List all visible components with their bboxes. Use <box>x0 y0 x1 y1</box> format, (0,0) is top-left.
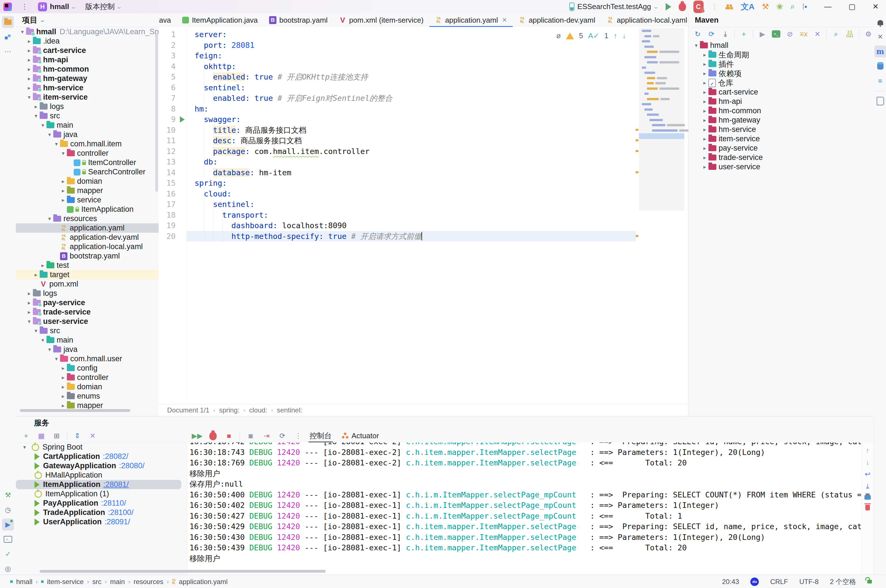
code-line[interactable]: enabled: true # 开启Feign对Sentinel的整合 <box>187 93 636 104</box>
code-line[interactable]: feign: <box>187 50 636 61</box>
debug-restart-icon[interactable] <box>207 430 219 442</box>
tab-bootstrap-yaml[interactable]: Bbootstrap.yaml <box>263 13 333 27</box>
tree-chevron-icon[interactable]: ▸ <box>60 178 67 184</box>
vertical-scrollbar[interactable] <box>155 33 158 192</box>
tree-row[interactable]: ▸插件 <box>689 60 874 69</box>
tab-e-java[interactable]: e.java <box>159 13 176 27</box>
settings-icon[interactable]: ⚙ <box>862 28 874 40</box>
service-row[interactable]: TradeApplication:28100/ <box>16 508 187 517</box>
tree-row[interactable]: ▸cart-service <box>689 87 874 97</box>
terminal-tool-icon[interactable]: >_ <box>2 533 14 545</box>
tree-chevron-icon[interactable]: ▾ <box>19 28 26 35</box>
tree-chevron-icon[interactable]: ▾ <box>23 444 32 450</box>
status-breadcrumb-item[interactable]: application.yaml <box>179 578 228 586</box>
tree-chevron-icon[interactable]: ▸ <box>701 154 709 161</box>
run-icon[interactable]: ▶ <box>757 28 768 40</box>
notifications-bell-icon[interactable] <box>874 16 886 28</box>
tree-chevron-icon[interactable]: ▸ <box>32 104 40 110</box>
tree-chevron-icon[interactable]: ▾ <box>53 141 60 147</box>
code-line[interactable]: transport: <box>187 210 636 220</box>
version-control-menu[interactable]: 版本控制⌄ <box>85 2 121 12</box>
code-line[interactable]: port: 28081 <box>187 40 636 51</box>
add-service-icon[interactable]: + <box>20 430 32 442</box>
tab-pom-xml-item-service-[interactable]: Vpom.xml (item-service) <box>333 13 429 27</box>
tree-chevron-icon[interactable]: ▸ <box>26 309 33 315</box>
tree-row[interactable]: YAMLapplication.yaml <box>16 224 159 233</box>
tree-row[interactable]: ▸生命周期 <box>689 50 874 60</box>
up-icon[interactable]: ↑ <box>866 447 869 454</box>
tree-chevron-icon[interactable]: ▸ <box>60 393 67 399</box>
more-run-actions-icon[interactable]: ⋮ <box>711 2 718 11</box>
tree-row[interactable]: SearchController <box>16 167 159 177</box>
prev-issue-icon[interactable]: ↑ <box>614 32 617 40</box>
tree-row[interactable]: ▸trade-service <box>689 153 874 162</box>
rerun-icon[interactable]: ▶▶ <box>191 430 203 442</box>
tree-row[interactable]: ▸config <box>16 363 159 373</box>
code-line[interactable]: okhttp: <box>187 61 636 72</box>
run-button[interactable] <box>666 3 671 10</box>
service-port-link[interactable]: :28081/ <box>104 480 129 489</box>
stop-processes-button[interactable]: C6 <box>694 1 704 13</box>
tree-chevron-icon[interactable]: ▸ <box>60 365 67 371</box>
tree-row[interactable]: ▸logs <box>16 289 159 298</box>
git-tool-icon[interactable]: ◎ <box>2 563 14 575</box>
tree-row[interactable]: ▾hmall <box>689 41 874 50</box>
maven-tool-icon[interactable]: m <box>874 46 886 57</box>
main-menu-icon[interactable]: ⋮ <box>21 2 29 11</box>
breadcrumb-item[interactable]: spring: <box>219 406 239 414</box>
tree-row[interactable]: ▾main <box>16 121 159 130</box>
tree-row[interactable]: ▸hm-api <box>689 97 874 106</box>
tree-row[interactable]: ▸hm-api <box>16 55 159 64</box>
tree-row[interactable]: ▾com.hmall.user <box>16 354 159 363</box>
service-port-link[interactable]: :28100/ <box>108 508 134 517</box>
print-icon[interactable] <box>865 495 871 500</box>
analyze-deps-icon[interactable]: ⌕ <box>830 28 842 40</box>
service-row[interactable]: ▾Spring Boot <box>16 442 187 452</box>
tree-chevron-icon[interactable]: ▾ <box>39 337 47 344</box>
tab-application-yaml[interactable]: YAMLapplication.yaml✕ <box>429 13 513 27</box>
code-line[interactable]: enabled: true # 开启OKHttp连接池支持 <box>187 72 636 82</box>
tree-chevron-icon[interactable]: ▸ <box>26 290 33 297</box>
tree-chevron-icon[interactable]: ▾ <box>46 216 53 222</box>
gradle-text-icon[interactable]: ≡ <box>874 75 886 87</box>
service-row[interactable]: ItemApplication (1) <box>16 489 187 498</box>
encoding[interactable]: UTF-8 <box>799 578 818 586</box>
tree-row[interactable]: Bbootstrap.yaml <box>16 251 159 261</box>
warning-stripe-mark[interactable] <box>635 139 638 141</box>
debug-button[interactable] <box>679 3 686 11</box>
code-line[interactable]: http-method-specify: true # 开启请求方式前缀 <box>187 231 636 242</box>
tree-chevron-icon[interactable]: ▸ <box>60 384 67 390</box>
tree-row[interactable]: ▾main <box>16 336 159 345</box>
service-row[interactable]: HMallApplication <box>16 471 187 480</box>
tree-row[interactable]: ▸pay-service <box>16 298 159 308</box>
tree-row[interactable]: YAMLapplication-local.yaml <box>16 242 159 251</box>
tree-row[interactable]: ▾user-service <box>16 317 159 326</box>
more-icon[interactable]: ⋮ <box>292 430 305 442</box>
close-button[interactable]: ✕ <box>872 2 878 11</box>
code-line[interactable]: swagger: <box>187 114 636 125</box>
tree-chevron-icon[interactable]: ▸ <box>26 47 33 54</box>
tree-row[interactable]: ▾java <box>16 130 159 139</box>
tree-chevron-icon[interactable]: ▸ <box>701 80 709 86</box>
code-line[interactable]: sentinel: <box>187 82 636 93</box>
tree-chevron-icon[interactable]: ▸ <box>701 70 709 77</box>
horizontal-scrollbar[interactable] <box>40 570 326 573</box>
tree-row[interactable]: ▸✓仓库 <box>689 78 874 87</box>
tab-console[interactable]: 控制台 <box>305 429 337 442</box>
indent-setting[interactable]: 2 个空格 <box>830 577 856 586</box>
execute-goal-icon[interactable]: >_ <box>770 28 782 40</box>
breadcrumb-item[interactable]: sentinel: <box>277 406 302 414</box>
tree-chevron-icon[interactable]: ▸ <box>701 51 709 58</box>
code-line[interactable]: db: <box>187 156 636 167</box>
code-line[interactable]: desc: 商品服务接口文档 <box>187 135 636 146</box>
tree-row[interactable]: ▸trade-service <box>16 308 159 317</box>
plugin-x-icon[interactable]: ✕ <box>874 31 886 43</box>
code-line[interactable]: dashboard: localhost:8090 <box>187 220 636 231</box>
profiler-tool-icon[interactable]: ◷ <box>2 504 14 516</box>
plant-icon[interactable]: ❀ <box>776 2 783 11</box>
project-panel-header[interactable]: 项目⌄ <box>16 13 159 27</box>
tree-row[interactable]: ▸logs <box>16 102 159 111</box>
expand-all-icon[interactable]: ⇕ <box>71 430 84 442</box>
tree-chevron-icon[interactable]: ▸ <box>60 188 67 194</box>
warning-stripe-mark[interactable] <box>635 235 638 237</box>
